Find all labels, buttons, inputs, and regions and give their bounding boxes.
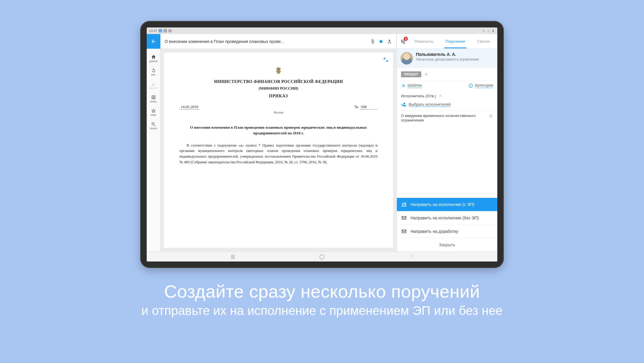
header-title: О внесении изменения в План проведения п… bbox=[160, 34, 366, 49]
note-row-1: О введении временного количественного ог… bbox=[397, 110, 497, 125]
nav-search-label: ПОИСК bbox=[150, 127, 157, 130]
promo-text: Создайте сразу несколько поручений и отп… bbox=[141, 281, 502, 318]
left-nav: ДОМОЙ ОБН. НЕОТПР. ИНИЦ. ИЗБР. bbox=[147, 49, 160, 251]
download-icon bbox=[151, 81, 156, 87]
remove-note-icon[interactable]: ✕ bbox=[489, 113, 493, 119]
clear-executor-icon[interactable]: ✕ bbox=[439, 93, 442, 98]
expand-icon bbox=[383, 57, 389, 63]
status-image-icon bbox=[163, 29, 167, 33]
paperclip-icon[interactable] bbox=[370, 39, 375, 44]
document-page: МИНИСТЕРСТВО ФИНАНСОВ РОССИЙСКОЙ ФЕДЕРАЦ… bbox=[164, 53, 393, 248]
tab-requisites[interactable]: Реквизиты bbox=[413, 36, 435, 47]
links-row: Шаблон Категория bbox=[397, 81, 497, 91]
clear-project-icon[interactable]: ✕ bbox=[424, 72, 428, 77]
back-nav-button[interactable]: 〈 bbox=[408, 253, 414, 260]
user-name: Пользователь А. А. bbox=[416, 52, 479, 57]
note-text-1: О введении временного количественного ог… bbox=[401, 113, 486, 122]
envelope-return-icon bbox=[401, 228, 407, 234]
doc-minfin: (МИНФИН РОССИИ) bbox=[179, 86, 377, 91]
badge-count: 4 bbox=[404, 37, 408, 41]
plus-square-icon bbox=[151, 95, 156, 100]
envelope-icon bbox=[401, 215, 407, 221]
action-send-noes[interactable]: Направить на исполнение (без ЭП) bbox=[397, 211, 497, 224]
project-status-row: ПРОЕКТ ✕ bbox=[397, 68, 497, 81]
right-header: 4 Реквизиты Поручение Связки bbox=[397, 34, 497, 49]
header-actions bbox=[366, 34, 396, 49]
tablet-frame: 13:47 ·· О внесении изменения в План про… bbox=[140, 21, 504, 268]
tab-assignment[interactable]: Поручение bbox=[444, 36, 466, 47]
template-link[interactable]: Шаблон bbox=[401, 83, 422, 88]
assignment-panel: Пользователь А. А. Начальник департамент… bbox=[397, 49, 497, 251]
signal-icon bbox=[487, 29, 490, 33]
doc-date: 14.05.2018 bbox=[179, 104, 199, 110]
action-send-rework[interactable]: Направить на доработку bbox=[397, 224, 497, 238]
nav-home-label: ДОМОЙ bbox=[149, 60, 157, 62]
doc-ministry: МИНИСТЕРСТВО ФИНАНСОВ РОССИЙСКОЙ ФЕДЕРАЦ… bbox=[179, 79, 377, 84]
refresh-icon bbox=[151, 68, 156, 73]
actions-list: Направить на исполнение (с ЭП) Направить… bbox=[397, 198, 497, 251]
battery-icon bbox=[491, 29, 495, 33]
nav-new-label: ИНИЦ. bbox=[150, 101, 157, 103]
nav-refresh[interactable]: ОБН. bbox=[147, 65, 160, 78]
device-screen: 13:47 ·· О внесении изменения в План про… bbox=[147, 27, 497, 262]
android-nav-bar: ||| ◯ 〈 bbox=[147, 251, 497, 262]
nav-download-label: НЕОТПР. bbox=[149, 87, 158, 89]
home-button[interactable]: ◯ bbox=[319, 254, 325, 259]
doc-number: 508 bbox=[360, 104, 377, 110]
status-app-icon bbox=[159, 29, 162, 33]
executor-row: Исполнитель (Отв.) ✕ bbox=[397, 91, 497, 101]
nav-home[interactable]: ДОМОЙ bbox=[147, 52, 160, 64]
promo-line-1: Создайте сразу несколько поручений bbox=[141, 281, 502, 302]
user-role: Начальник департамента управления bbox=[416, 57, 479, 62]
main-content: ДОМОЙ ОБН. НЕОТПР. ИНИЦ. ИЗБР. bbox=[147, 49, 497, 251]
doc-type: ПРИКАЗ bbox=[179, 94, 377, 99]
back-button[interactable] bbox=[147, 34, 160, 49]
add-user-icon bbox=[401, 102, 406, 107]
add-executors[interactable]: Выбрать исполнителей bbox=[397, 101, 497, 110]
status-time: 13:47 bbox=[149, 29, 157, 33]
list-icon bbox=[401, 83, 406, 88]
avatar bbox=[400, 52, 413, 64]
status-dot-icon bbox=[380, 40, 383, 43]
nav-download: НЕОТПР. bbox=[147, 79, 160, 91]
nav-new[interactable]: ИНИЦ. bbox=[147, 92, 160, 104]
category-link[interactable]: Категория bbox=[468, 83, 493, 88]
coat-of-arms-icon bbox=[273, 66, 284, 76]
user-card: Пользователь А. А. Начальник департамент… bbox=[397, 49, 497, 68]
nav-favorites[interactable]: ИЗБР. bbox=[147, 106, 160, 118]
promo-line-2: и отправьте их на исполнение с применени… bbox=[141, 304, 502, 318]
action-close[interactable]: Закрыть bbox=[397, 238, 497, 251]
tab-links[interactable]: Связки bbox=[476, 36, 491, 47]
status-more-icon: ·· bbox=[173, 29, 175, 33]
doc-number-prefix: № bbox=[355, 104, 358, 109]
arrow-left-icon bbox=[151, 39, 157, 44]
executor-label: Исполнитель (Отв.) bbox=[401, 94, 436, 98]
tree-button[interactable]: 4 bbox=[399, 38, 407, 45]
status-globe-icon bbox=[168, 29, 172, 33]
search-icon bbox=[151, 121, 156, 127]
nav-favorites-label: ИЗБР. bbox=[151, 114, 156, 116]
recent-apps-button[interactable]: ||| bbox=[230, 254, 236, 259]
nav-search[interactable]: ПОИСК bbox=[147, 119, 160, 131]
wifi-off-icon bbox=[482, 29, 485, 33]
nav-refresh-label: ОБН. bbox=[151, 74, 156, 76]
doc-city: Москва bbox=[179, 111, 377, 114]
doc-body: В соответствии с подпунктом «а» пункта 7… bbox=[179, 143, 377, 165]
document-viewer[interactable]: МИНИСТЕРСТВО ФИНАНСОВ РОССИЙСКОЙ ФЕДЕРАЦ… bbox=[160, 49, 397, 251]
action-send-es[interactable]: Направить на исполнение (с ЭП) bbox=[397, 198, 497, 211]
star-icon bbox=[151, 108, 156, 113]
info-icon bbox=[468, 83, 473, 88]
android-status-bar: 13:47 ·· bbox=[147, 27, 497, 34]
share-icon[interactable] bbox=[387, 39, 392, 44]
send-signed-icon bbox=[401, 202, 407, 207]
project-badge: ПРОЕКТ bbox=[401, 71, 421, 77]
fullscreen-button[interactable] bbox=[383, 57, 389, 64]
app-header: О внесении изменения в План проведения п… bbox=[147, 34, 497, 49]
home-icon bbox=[151, 54, 156, 60]
doc-heading: О внесении изменения в План проведения п… bbox=[179, 125, 377, 136]
